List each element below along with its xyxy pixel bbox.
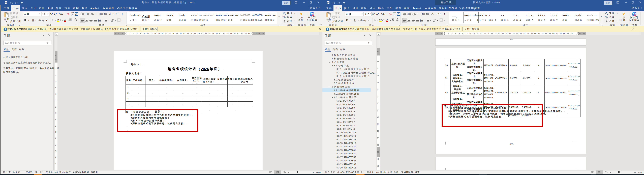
svg-text:字: 字 <box>397 19 398 21</box>
svg-text:字: 字 <box>74 19 76 21</box>
